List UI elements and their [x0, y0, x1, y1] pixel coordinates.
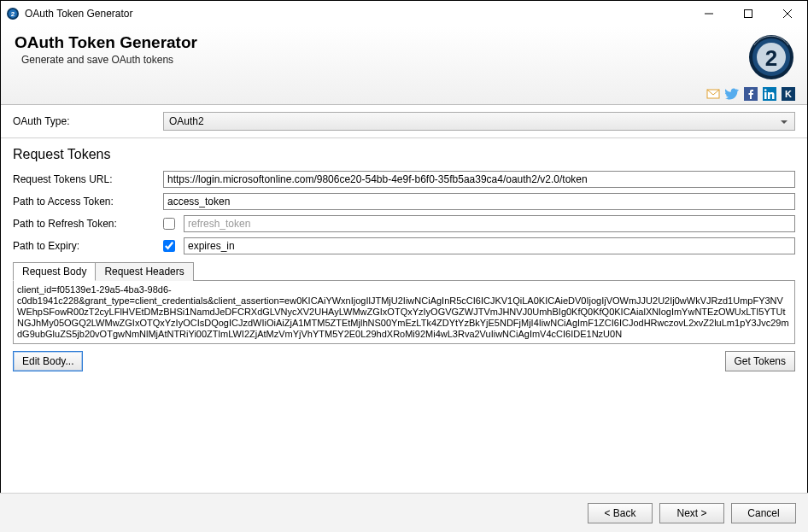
- close-button[interactable]: [768, 1, 807, 26]
- social-row: K: [15, 87, 795, 101]
- url-label: Request Tokens URL:: [13, 173, 163, 185]
- oauth-type-value: OAuth2: [169, 115, 204, 127]
- maximize-button[interactable]: [729, 1, 768, 26]
- k-icon[interactable]: K: [782, 87, 795, 101]
- svg-point-15: [764, 89, 767, 91]
- get-tokens-button[interactable]: Get Tokens: [725, 351, 795, 371]
- window-title: OAuth Token Generator: [25, 8, 689, 20]
- svg-text:K: K: [785, 89, 792, 99]
- tab-request-body[interactable]: Request Body: [13, 262, 96, 281]
- page-title: OAuth Token Generator: [15, 33, 197, 52]
- refresh-label: Path to Refresh Token:: [13, 218, 163, 230]
- title-bar: 2 OAuth Token Generator: [1, 1, 807, 26]
- svg-text:2: 2: [765, 45, 777, 71]
- linkedin-icon[interactable]: [763, 87, 776, 101]
- wizard-buttons: < Back Next > Cancel: [0, 493, 808, 532]
- section-title: Request Tokens: [13, 147, 795, 162]
- access-label: Path to Access Token:: [13, 196, 163, 208]
- request-tokens-section: Request Tokens Request Tokens URL: Path …: [1, 138, 807, 371]
- tab-request-headers[interactable]: Request Headers: [95, 262, 193, 281]
- expiry-label: Path to Expiry:: [13, 240, 163, 252]
- mail-icon[interactable]: [706, 87, 720, 101]
- request-body-text[interactable]: client_id=f05139e1-29a5-4ba3-98d6-c0db19…: [13, 280, 795, 344]
- window-controls: [689, 1, 807, 26]
- facebook-icon[interactable]: [744, 87, 758, 101]
- minimize-button[interactable]: [689, 1, 729, 26]
- header: OAuth Token Generator Generate and save …: [1, 26, 807, 105]
- edit-body-button[interactable]: Edit Body...: [13, 351, 83, 371]
- refresh-checkbox[interactable]: [163, 218, 175, 230]
- oauth-type-select[interactable]: OAuth2: [163, 112, 795, 131]
- expiry-checkbox[interactable]: [163, 240, 175, 252]
- svg-text:2: 2: [11, 10, 15, 18]
- tabs: Request Body Request Headers client_id=f…: [13, 261, 795, 344]
- page-subtitle: Generate and save OAuth tokens: [21, 54, 197, 66]
- access-token-input[interactable]: [163, 193, 795, 210]
- back-button[interactable]: < Back: [588, 503, 653, 523]
- svg-rect-4: [745, 10, 752, 18]
- cancel-button[interactable]: Cancel: [731, 503, 796, 523]
- oauth-logo: 2: [747, 33, 795, 84]
- svg-rect-14: [764, 92, 767, 99]
- oauth-type-label: OAuth Type:: [13, 115, 163, 127]
- refresh-token-input[interactable]: [184, 215, 795, 232]
- expiry-input[interactable]: [184, 237, 795, 254]
- url-input[interactable]: [163, 171, 795, 188]
- next-button[interactable]: Next >: [659, 503, 724, 523]
- app-icon: 2: [6, 7, 20, 20]
- oauth-type-row: OAuth Type: OAuth2: [1, 105, 807, 138]
- twitter-icon[interactable]: [725, 87, 739, 101]
